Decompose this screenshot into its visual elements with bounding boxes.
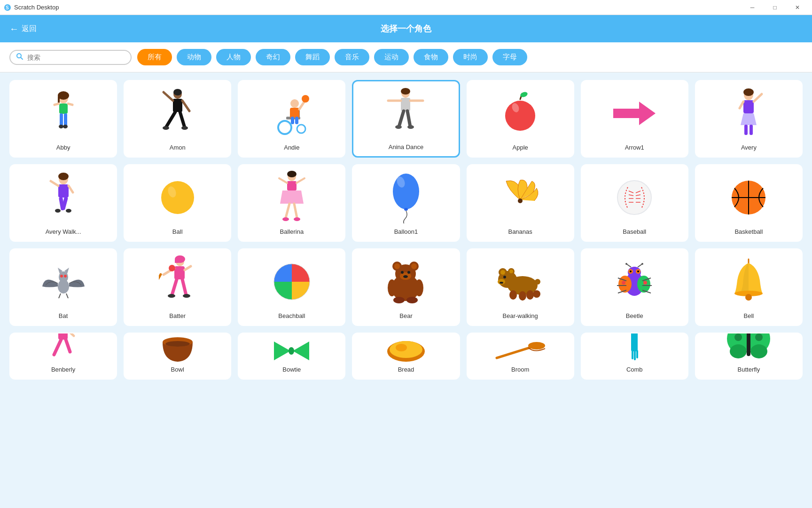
- svg-point-40: [395, 125, 402, 129]
- maximize-button[interactable]: □: [764, 0, 786, 15]
- sprite-img-bowtie: [242, 338, 341, 363]
- svg-line-106: [172, 279, 177, 295]
- pill-sports[interactable]: 运动: [374, 49, 409, 65]
- pill-animals[interactable]: 动物: [177, 49, 211, 65]
- svg-point-151: [637, 276, 650, 293]
- sprite-img-apple: [471, 86, 570, 141]
- close-button[interactable]: ✕: [787, 0, 808, 15]
- filter-bar: 所有 动物 人物 奇幻 舞蹈 音乐 运动 食物 时尚 字母: [0, 42, 812, 72]
- pill-fantasy[interactable]: 奇幻: [256, 49, 290, 65]
- sprite-card-broom[interactable]: Broom: [467, 333, 574, 380]
- sprite-card-abby[interactable]: Abby: [9, 80, 117, 158]
- sprite-label-broom: Broom: [511, 366, 529, 373]
- svg-line-107: [182, 279, 186, 295]
- sprite-img-broom: [471, 338, 570, 363]
- pill-music[interactable]: 音乐: [335, 49, 369, 65]
- sprite-img-bear-walking: [471, 254, 570, 310]
- sprite-card-bear-walking[interactable]: Bear-walking: [467, 248, 574, 326]
- sprite-card-anina-dance[interactable]: Anina Dance: [352, 80, 460, 158]
- svg-rect-35: [401, 98, 410, 111]
- sprite-label-bell: Bell: [744, 312, 754, 319]
- svg-point-78: [404, 208, 408, 211]
- sprite-card-beachball[interactable]: Beachball: [238, 248, 345, 326]
- pill-fashion[interactable]: 时尚: [453, 49, 488, 65]
- window-controls: ─ □ ✕: [742, 0, 808, 15]
- svg-rect-32: [295, 117, 298, 124]
- minimize-button[interactable]: ─: [742, 0, 763, 15]
- svg-point-79: [518, 198, 523, 203]
- sprite-card-bananas[interactable]: Bananas: [467, 164, 574, 242]
- sprite-card-ballerina[interactable]: Ballerina: [238, 164, 345, 242]
- svg-point-161: [745, 294, 752, 301]
- sprite-card-apple[interactable]: Apple: [467, 80, 574, 158]
- pill-letters[interactable]: 字母: [492, 49, 527, 65]
- sprite-card-ball[interactable]: Ball: [124, 164, 231, 242]
- sprite-img-ballerina: [242, 170, 341, 225]
- sprite-card-balloon1[interactable]: Balloon1: [352, 164, 460, 242]
- sprite-card-batter[interactable]: Batter: [124, 248, 231, 326]
- sprite-label-abby: Abby: [56, 144, 70, 151]
- sprite-img-arrow1: [586, 86, 684, 141]
- app-title: Scratch Desktop: [14, 4, 742, 11]
- svg-point-149: [641, 263, 643, 265]
- svg-line-59: [69, 186, 73, 192]
- sprite-img-avery: [700, 86, 798, 141]
- sprite-card-arrow1[interactable]: Arrow1: [581, 80, 688, 158]
- sprite-label-ballerina: Ballerina: [280, 228, 304, 235]
- svg-point-170: [165, 341, 190, 347]
- svg-point-44: [505, 101, 535, 131]
- sprite-card-andie[interactable]: Andie: [238, 80, 345, 158]
- back-label: 返回: [22, 24, 37, 34]
- page-title: 选择一个角色: [381, 23, 431, 34]
- sprite-card-benberly[interactable]: Benberly: [9, 333, 117, 380]
- pill-dance[interactable]: 舞蹈: [295, 49, 330, 65]
- sprite-card-comb[interactable]: Comb: [581, 333, 688, 380]
- svg-point-56: [58, 173, 69, 180]
- sprite-label-bowtie: Bowtie: [282, 366, 301, 373]
- svg-point-117: [411, 263, 417, 269]
- sprite-card-bear[interactable]: Bear: [352, 248, 460, 326]
- sprite-img-benberly: [14, 333, 112, 363]
- sprite-card-basketball[interactable]: Basketball: [695, 164, 803, 242]
- sprite-card-bowtie[interactable]: Bowtie: [238, 333, 345, 380]
- sprite-card-avery[interactable]: Avery: [695, 80, 803, 158]
- svg-point-135: [509, 290, 517, 300]
- sprite-card-bat[interactable]: Bat: [9, 248, 117, 326]
- svg-point-188: [755, 333, 763, 341]
- sprite-card-amon[interactable]: Amon: [124, 80, 231, 158]
- svg-point-139: [535, 279, 540, 285]
- sprite-card-beetle[interactable]: Beetle: [581, 248, 688, 326]
- svg-point-76: [393, 174, 419, 209]
- pill-all[interactable]: 所有: [137, 49, 172, 65]
- pill-people[interactable]: 人物: [216, 49, 251, 65]
- svg-point-24: [297, 125, 305, 133]
- svg-point-152: [622, 281, 625, 285]
- svg-point-123: [415, 279, 423, 296]
- svg-marker-171: [274, 341, 290, 360]
- sprite-card-avery-walk[interactable]: Avery Walk...: [9, 164, 117, 242]
- svg-point-178: [528, 342, 545, 349]
- search-icon: [16, 53, 23, 62]
- svg-line-51: [740, 102, 743, 108]
- sprite-grid-container[interactable]: Abby: [0, 72, 812, 508]
- svg-point-34: [401, 88, 410, 95]
- svg-rect-16: [173, 99, 182, 112]
- svg-rect-180: [632, 350, 633, 359]
- svg-rect-179: [631, 333, 638, 351]
- sprite-card-bread[interactable]: Bread: [352, 333, 460, 380]
- sprite-img-basketball: [700, 170, 798, 225]
- pill-food[interactable]: 食物: [414, 49, 448, 65]
- sprite-img-bear: [357, 254, 455, 310]
- svg-point-109: [183, 294, 190, 298]
- sprite-card-baseball[interactable]: Baseball: [581, 164, 688, 242]
- sprite-card-bell[interactable]: Bell: [695, 248, 803, 326]
- sprite-card-bowl[interactable]: Bowl: [124, 333, 231, 380]
- sprite-img-comb: [586, 333, 684, 363]
- svg-line-103: [185, 266, 191, 270]
- search-box[interactable]: [9, 50, 132, 65]
- search-input[interactable]: [27, 54, 125, 61]
- sprite-card-butterfly[interactable]: Butterfly: [695, 333, 803, 380]
- svg-rect-9: [67, 102, 74, 106]
- back-button[interactable]: ← 返回: [9, 24, 37, 34]
- sprite-img-butterfly: [700, 333, 798, 363]
